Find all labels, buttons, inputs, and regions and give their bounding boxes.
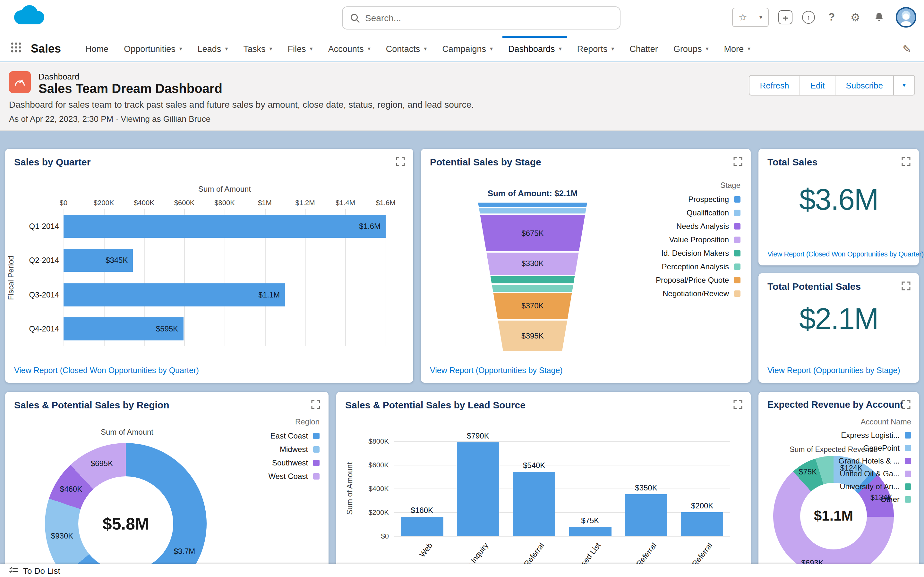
legend-item-perception-analysis[interactable]: Perception Analysis [662, 262, 740, 271]
funnel-segment-negotiation-review[interactable]: $395K [478, 321, 587, 351]
edit-button[interactable]: Edit [800, 75, 836, 95]
bar-partner-referral[interactable] [513, 472, 556, 536]
slice-label-southwest: $460K [60, 485, 82, 494]
funnel-segment-id-decision-makers[interactable] [478, 276, 587, 284]
global-search[interactable] [342, 6, 620, 29]
funnel-segment-value-proposition[interactable]: $330K [478, 253, 587, 275]
global-actions-plus-icon[interactable]: + [779, 10, 792, 24]
tab-files[interactable]: Files▾ [280, 36, 320, 61]
segment-value-label: $330K [521, 259, 543, 268]
x-category-label: Web [417, 541, 434, 559]
y-tick: $400K [368, 485, 389, 492]
legend-item-value-proposition[interactable]: Value Proposition [669, 235, 740, 244]
funnel-segment-needs-analysis[interactable]: $675K [478, 215, 587, 251]
favorites-control: ☆ ▾ [732, 8, 769, 27]
bar-value-label: $160K [411, 506, 433, 515]
bar-q4-2014[interactable]: $595K [63, 318, 183, 341]
legend-item-prospecting[interactable]: Prospecting [688, 195, 740, 204]
guidance-center-icon[interactable]: ↑ [802, 11, 815, 24]
bar-phone-inquiry[interactable] [457, 442, 499, 536]
app-launcher-waffle-icon[interactable] [10, 42, 22, 56]
tab-accounts[interactable]: Accounts▾ [320, 36, 378, 61]
legend-item-united-oil-ga[interactable]: United Oil & Ga... [840, 469, 911, 478]
expand-icon[interactable] [395, 156, 405, 167]
slice-label-united-oil-ga: $693K [801, 558, 823, 564]
edit-nav-pencil-icon[interactable]: ✎ [903, 43, 924, 55]
bar-q2-2014[interactable]: $345K [63, 249, 133, 272]
widget-total-sales: Total Sales $3.6M View Report (Closed Wo… [758, 149, 919, 266]
bar-web[interactable] [401, 517, 443, 536]
view-report-link[interactable]: View Report (Opportunities by Stage) [767, 366, 900, 375]
widget-title: Sales & Potential Sales by Lead Source [345, 400, 525, 410]
expand-icon[interactable] [733, 156, 743, 167]
view-report-link[interactable]: View Report (Opportunities by Stage) [430, 366, 563, 375]
tab-home[interactable]: Home [78, 36, 116, 61]
x-category-label: Purchased List [564, 541, 603, 564]
legend-item-southwest[interactable]: Southwest [272, 458, 320, 467]
refresh-button[interactable]: Refresh [749, 75, 800, 95]
bar-external-referral[interactable] [681, 512, 724, 536]
view-report-link[interactable]: View Report (Closed Won Opportunities by… [767, 250, 924, 258]
legend-item-proposal-price-quote[interactable]: Proposal/Price Quote [656, 276, 740, 285]
funnel-segment-perception-analysis[interactable] [478, 284, 587, 292]
legend-item-genepoint[interactable]: GenePoint [863, 444, 911, 453]
expand-icon[interactable] [733, 400, 743, 410]
slice-label-west-coast: $695K [91, 459, 113, 468]
tab-contacts[interactable]: Contacts▾ [378, 36, 435, 61]
funnel-chart: $675K$330K$370K$395K [478, 203, 587, 351]
widget-title: Total Sales [767, 156, 817, 167]
favorites-star-icon[interactable]: ☆ [733, 8, 753, 26]
bar-q3-2014[interactable]: $1.1M [63, 284, 285, 306]
todo-list-label[interactable]: To Do List [23, 566, 60, 575]
legend-item-east-coast[interactable]: East Coast [270, 432, 320, 440]
funnel-segment-qualification[interactable] [478, 208, 587, 213]
expand-icon[interactable] [901, 156, 911, 167]
tab-reports[interactable]: Reports▾ [569, 36, 622, 61]
user-avatar[interactable] [896, 7, 916, 27]
subscribe-button[interactable]: Subscribe [835, 75, 894, 95]
legend-item-express-logisti[interactable]: Express Logisti... [841, 431, 911, 440]
x-category-label: External Referral [672, 541, 714, 564]
tab-dashboards[interactable]: Dashboards▾ [501, 36, 569, 61]
view-report-link[interactable]: View Report (Closed Won Opportunities by… [14, 366, 199, 375]
x-tick: $800K [214, 199, 235, 206]
legend-item-midwest[interactable]: Midwest [280, 445, 320, 454]
tab-more[interactable]: More▾ [716, 36, 758, 61]
setup-gear-icon[interactable]: ⚙ [848, 10, 863, 24]
legend-item-grand-hotels[interactable]: Grand Hotels & ... [838, 456, 911, 466]
tab-opportunities[interactable]: Opportunities▾ [116, 36, 190, 61]
tab-groups[interactable]: Groups▾ [666, 36, 716, 61]
chevron-down-icon: ▾ [179, 45, 182, 52]
bar-q1-2014[interactable]: $1.6M [63, 215, 386, 238]
legend-item-needs-analysis[interactable]: Needs Analysis [676, 222, 740, 231]
legend-item-west-coast[interactable]: West Coast [268, 472, 320, 481]
legend-swatch [313, 460, 320, 466]
notifications-bell-icon[interactable] [872, 10, 886, 24]
region-donut-chart[interactable]: $5.8M $3.7M$930K$460K$695K [45, 443, 207, 564]
search-input[interactable] [365, 13, 612, 23]
funnel-segment-prospecting[interactable] [478, 203, 587, 207]
tab-campaigns[interactable]: Campaigns▾ [435, 36, 501, 61]
legend-item-qualification[interactable]: Qualification [687, 208, 740, 218]
legend-item-university-of-ari[interactable]: University of Ari... [840, 482, 911, 491]
expand-icon[interactable] [901, 281, 911, 291]
funnel-segment-proposal-price-quote[interactable]: $370K [478, 293, 587, 319]
tab-leads[interactable]: Leads▾ [190, 36, 236, 61]
bar-value-label: $350K [635, 484, 657, 493]
region-legend: RegionEast CoastMidwestSouthwestWest Coa… [268, 417, 320, 481]
bar-employee-referral[interactable] [625, 495, 667, 536]
favorites-chevron-icon[interactable]: ▾ [753, 8, 768, 26]
legend-item-id-decision-makers[interactable]: Id. Decision Makers [661, 249, 740, 258]
legend-swatch [734, 196, 740, 203]
expand-icon[interactable] [310, 400, 321, 410]
bar-purchased-list[interactable] [569, 527, 611, 536]
legend-item-negotiation-review[interactable]: Negotiation/Review [662, 289, 740, 298]
tab-chatter[interactable]: Chatter [622, 36, 666, 61]
salesforce-logo-icon[interactable] [11, 4, 46, 32]
chevron-down-icon: ▾ [424, 45, 427, 52]
legend-item-other[interactable]: Other [880, 495, 911, 504]
more-actions-chevron-button[interactable]: ▾ [893, 75, 915, 95]
expand-icon[interactable] [901, 400, 911, 410]
tab-tasks[interactable]: Tasks▾ [236, 36, 280, 61]
help-icon[interactable]: ? [825, 10, 838, 24]
